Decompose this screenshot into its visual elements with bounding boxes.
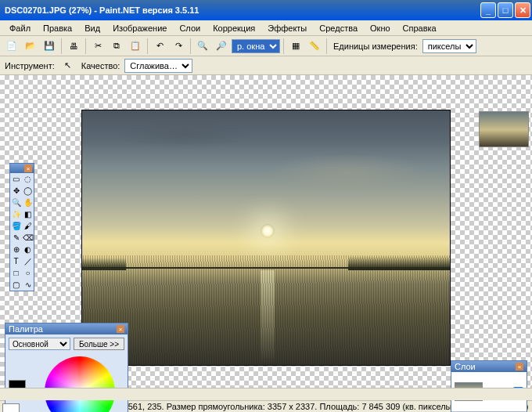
menu-window[interactable]: Окно — [364, 22, 397, 34]
bucket-tool[interactable]: 🪣 — [10, 220, 22, 232]
canvas-area: × ▭ ◌ ✥ ◯ 🔍 ✋ ✨ ◧ 🪣 🖌 ✎ ⌫ ⊕ ◐ T ／ □ ○ ▢ … — [0, 75, 532, 400]
menu-view[interactable]: Вид — [78, 22, 106, 34]
menu-edit[interactable]: Правка — [37, 22, 78, 34]
cut-button[interactable]: ✂ — [89, 38, 106, 55]
menu-effects[interactable]: Эффекты — [261, 22, 313, 34]
main-toolbar: 📄 📂 💾 🖶 ✂ ⧉ 📋 ↶ ↷ 🔍 🔎 р. окна ▦ 📏 Единиц… — [0, 36, 532, 56]
close-icon[interactable]: × — [516, 363, 523, 370]
menu-file[interactable]: Файл — [3, 22, 37, 34]
redo-button[interactable]: ↷ — [170, 38, 187, 55]
colors-title: Палитра — [9, 324, 43, 334]
move-tool[interactable]: ✥ — [10, 185, 22, 197]
layers-title: Слои — [455, 362, 476, 371]
clone-tool[interactable]: ⊕ — [10, 244, 22, 255]
brush-tool[interactable]: 🖌 — [22, 220, 34, 232]
zoom-in-button[interactable]: 🔍 — [194, 38, 211, 55]
color-mode-select[interactable]: Основной — [9, 338, 70, 350]
rect-tool[interactable]: □ — [10, 267, 22, 279]
rect-select-tool[interactable]: ▭ — [10, 173, 22, 185]
image-content — [270, 154, 426, 193]
image-canvas[interactable] — [82, 110, 450, 365]
horizontal-scrollbar[interactable] — [0, 388, 532, 400]
pan-tool[interactable]: ✋ — [22, 197, 34, 208]
color-wheel[interactable] — [45, 356, 115, 412]
menu-adjust[interactable]: Коррекция — [207, 22, 261, 34]
units-label: Единицы измерения: — [330, 42, 421, 51]
quality-label: Качество: — [81, 61, 120, 70]
open-button[interactable]: 📂 — [22, 38, 39, 55]
grid-button[interactable]: ▦ — [287, 38, 304, 55]
magic-wand-tool[interactable]: ✨ — [10, 208, 22, 220]
colors-titlebar[interactable]: Палитра × — [5, 323, 128, 334]
pencil-tool[interactable]: ✎ — [10, 232, 22, 244]
layers-panel: Слои × Фон + × ⧉ ⇓ ⚙ — [451, 360, 527, 412]
titlebar: DSC02701.JPG (27%) - Paint.NET версия 3.… — [0, 0, 532, 20]
quality-select[interactable]: Сглажива… — [124, 59, 192, 73]
lasso-tool[interactable]: ◌ — [22, 173, 34, 185]
rounded-rect-tool[interactable]: ▢ — [10, 279, 22, 291]
menu-layers[interactable]: Слои — [173, 22, 207, 34]
menubar: Файл Правка Вид Изображение Слои Коррекц… — [0, 20, 532, 36]
tool-options-bar: Инструмент: ↖ Качество: Сглажива… — [0, 56, 532, 75]
close-button[interactable]: ✕ — [515, 2, 530, 18]
menu-image[interactable]: Изображение — [106, 22, 173, 34]
recolor-tool[interactable]: ◐ — [22, 244, 34, 255]
window-title: DSC02701.JPG (27%) - Paint.NET версия 3.… — [5, 5, 480, 15]
ellipse-tool[interactable]: ○ — [22, 267, 34, 279]
menu-help[interactable]: Справка — [397, 22, 443, 34]
zoom-out-button[interactable]: 🔎 — [213, 38, 230, 55]
ruler-button[interactable]: 📏 — [306, 38, 323, 55]
freeform-tool[interactable]: ∿ — [22, 279, 34, 291]
image-content — [82, 255, 450, 365]
close-icon[interactable]: × — [24, 164, 32, 172]
ellipse-select-tool[interactable]: ◯ — [22, 185, 34, 197]
print-button[interactable]: 🖶 — [65, 38, 82, 55]
toolbox-panel: × ▭ ◌ ✥ ◯ 🔍 ✋ ✨ ◧ 🪣 🖌 ✎ ⌫ ⊕ ◐ T ／ □ ○ ▢ … — [9, 163, 34, 291]
window-controls: _ □ ✕ — [480, 2, 530, 18]
undo-button[interactable]: ↶ — [151, 38, 168, 55]
text-tool[interactable]: T — [10, 255, 22, 267]
image-content — [261, 224, 275, 238]
maximize-button[interactable]: □ — [498, 2, 513, 18]
close-icon[interactable]: × — [117, 325, 124, 333]
save-button[interactable]: 💾 — [41, 38, 58, 55]
minimize-button[interactable]: _ — [480, 2, 496, 18]
copy-button[interactable]: ⧉ — [108, 38, 125, 55]
paste-button[interactable]: 📋 — [127, 38, 144, 55]
line-tool[interactable]: ／ — [22, 255, 34, 267]
zoom-select[interactable]: р. окна — [232, 39, 280, 53]
units-select[interactable]: пикселы — [422, 39, 476, 53]
toolbox-titlebar[interactable]: × — [10, 164, 34, 173]
eraser-tool[interactable]: ⌫ — [22, 232, 34, 244]
instrument-label: Инструмент: — [5, 61, 55, 70]
gradient-tool[interactable]: ◧ — [22, 208, 34, 220]
more-button[interactable]: Больше >> — [74, 338, 124, 350]
image-content — [113, 118, 254, 150]
current-tool-icon[interactable]: ↖ — [59, 57, 77, 74]
secondary-color-swatch[interactable] — [2, 403, 20, 412]
new-button[interactable]: 📄 — [3, 38, 20, 55]
zoom-tool[interactable]: 🔍 — [10, 197, 22, 208]
layers-titlebar[interactable]: Слои × — [451, 361, 527, 372]
menu-tools[interactable]: Средства — [313, 22, 364, 34]
image-thumbnail[interactable] — [479, 111, 529, 147]
